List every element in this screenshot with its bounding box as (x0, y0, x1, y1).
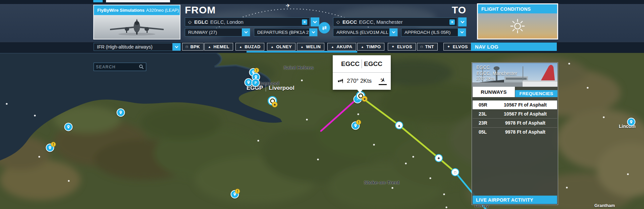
flight-rules-value: IFR (High-altitude airways) (94, 44, 172, 50)
from-airport-name: EGLC, London (210, 19, 244, 25)
flight-conditions-header: FLIGHT CONDITIONS (478, 4, 557, 13)
flight-conditions-title: FLIGHT CONDITIONS (481, 6, 531, 12)
vor-icon: □ (186, 45, 188, 49)
map-pin-icon (247, 80, 251, 85)
waypoint-label: OLNEY (276, 44, 292, 49)
map-label-city: Grantham (594, 203, 615, 208)
poi-pin-marker[interactable] (627, 118, 636, 126)
aircraft-model: A320neo (LEAP) (146, 8, 179, 13)
chevron-down-icon[interactable] (172, 43, 180, 51)
chevron-down-icon[interactable] (458, 28, 466, 36)
route-waypoint-square[interactable]: □ (451, 168, 459, 176)
triangle-icon: ▲ (361, 45, 364, 49)
landing-plane-icon: ✈ (379, 76, 387, 84)
to-airport-dropdown-button[interactable] (458, 17, 467, 26)
chevron-down-icon[interactable] (242, 28, 250, 36)
aircraft-brand: FlyByWire Simulations (97, 8, 145, 13)
runway-dropdown-value: RUNWAY (27) (185, 30, 242, 35)
waypoint-chip-elvos[interactable]: ✦ELVOS (388, 43, 416, 51)
fix-star-icon: ✦ (447, 45, 450, 49)
search-input[interactable] (94, 65, 139, 69)
alert-badge: ! (356, 120, 361, 125)
waypoint-chip-olney[interactable]: ▲OLNEY (267, 43, 296, 51)
waypoint-chip-elvos-2[interactable]: ✦ELVOS (443, 43, 472, 51)
waypoint-chip-welin[interactable]: ▲WELIN (297, 43, 324, 51)
alert-icon: ! (237, 190, 238, 193)
route-waypoint-triangle[interactable]: ▲ (395, 121, 403, 129)
chevron-down-icon[interactable] (309, 28, 317, 36)
waypoint-label: BPK (190, 44, 200, 49)
airport-info-panel: EGCC EGCC, Manchester 270° 2Kts RUNWAYS … (472, 62, 558, 205)
poi-pin-marker[interactable] (117, 109, 125, 117)
panel-airport-name: EGCC, Manchester (476, 71, 517, 77)
map-pin-icon (630, 120, 633, 124)
route-waypoint-star[interactable]: ✦ (435, 154, 443, 162)
runway-row[interactable]: 05L 9978 Ft of Asphalt (473, 127, 557, 136)
aircraft-silhouette (108, 17, 165, 38)
to-title: TO (450, 4, 466, 16)
popup-pointer (357, 90, 363, 93)
runway-row[interactable]: 23L 10567 Ft of Asphalt (473, 109, 557, 118)
chevron-down-icon[interactable] (389, 28, 397, 36)
tab-runways-label: RUNWAYS (481, 89, 506, 95)
waypoint-chip-buzad[interactable]: ▲BUZAD (235, 43, 264, 51)
tab-runways[interactable]: RUNWAYS (473, 87, 515, 97)
popup-icao: EGCC (364, 60, 382, 68)
waypoint-chip-hemel[interactable]: ▲HEMEL (204, 43, 233, 51)
waypoint-label: BUZAD (245, 44, 261, 49)
waypoint-chip-akupa[interactable]: ▲AKUPA (327, 43, 356, 51)
runway-id: 23R (473, 120, 498, 126)
clear-to-airport-button[interactable]: × (449, 19, 455, 25)
poi-pin-marker[interactable] (64, 123, 73, 131)
alert-badge: ! (51, 142, 56, 147)
flight-conditions-panel[interactable]: FLIGHT CONDITIONS (477, 3, 558, 40)
live-airport-activity-bar[interactable]: LIVE AIRPORT ACTIVITY (473, 196, 557, 204)
top-tab-indicator (93, 0, 103, 2)
triangle-icon: ▲ (331, 45, 334, 49)
star-waypoint-icon: ✦ (437, 156, 441, 161)
approach-dropdown-value: APPROACH (ILS 05R) (401, 30, 458, 35)
triangle-icon: ▲ (301, 45, 304, 49)
approach-dropdown[interactable]: APPROACH (ILS 05R) (401, 28, 466, 37)
runway-dropdown[interactable]: RUNWAY (27) (185, 28, 250, 37)
panel-airport-code: EGCC (476, 65, 517, 71)
to-airport-name: EGCC, Manchester (359, 19, 402, 25)
airport-photo: EGCC EGCC, Manchester 270° 2Kts (472, 63, 557, 87)
aircraft-card[interactable]: FlyByWire Simulations A320neo (LEAP) (93, 5, 180, 40)
waypoint-label: TNT (425, 44, 434, 49)
arrivals-dropdown[interactable]: ARRIVALS (ELVO1M ALL (333, 28, 398, 37)
clear-from-airport-button[interactable]: × (302, 19, 307, 25)
from-airport-dropdown-button[interactable] (311, 17, 319, 26)
parking-marker[interactable]: P (252, 79, 260, 87)
flight-rules-dropdown[interactable]: IFR (High-altitude airways) (94, 43, 181, 51)
alert-icon: ! (358, 121, 359, 124)
search-icon[interactable] (139, 64, 144, 69)
waypoint-chip-timpo[interactable]: ▲TIMPO (357, 43, 384, 51)
sun-icon (508, 17, 527, 35)
from-airport-field[interactable]: ◇ EGLC EGLC, London × (185, 17, 310, 26)
map-pin-icon (67, 125, 70, 129)
panel-airport-wind: 270° 2Kts (476, 76, 517, 82)
runway-row[interactable]: 05R 10567 Ft of Asphalt (473, 100, 557, 109)
to-airport-field[interactable]: ◇ EGCC EGCC, Manchester × (333, 17, 457, 26)
runway-row[interactable]: 23R 9978 Ft of Asphalt (473, 118, 557, 127)
waypoint-label: ELVOS (397, 44, 412, 49)
popup-icao: EGCC (341, 60, 360, 68)
waypoint-chip-bpk[interactable]: □BPK (182, 43, 204, 51)
waypoint-label: ELVOS (453, 44, 468, 49)
runway-id: 05R (473, 102, 498, 108)
tab-frequencies[interactable]: FREQUENCIES (515, 90, 557, 97)
departures-dropdown[interactable]: DEPARTURES (BPK1A 27 (254, 28, 318, 37)
waypoint-label: HEMEL (213, 44, 229, 49)
swap-airports-button[interactable]: ⇄ (319, 22, 330, 33)
map-search-box[interactable] (94, 63, 146, 71)
runway-list: 05R 10567 Ft of Asphalt 23L 10567 Ft of … (473, 100, 557, 136)
waypoint-label: WELIN (306, 44, 321, 49)
waypoint-chip-tnt[interactable]: □TNT (417, 43, 438, 51)
waypoint-scroll-indicator[interactable] (247, 51, 357, 53)
map-pin-icon (119, 111, 123, 115)
map-label-city: Stoke-on-Trent (364, 180, 399, 185)
live-activity-label: LIVE AIRPORT ACTIVITY (476, 197, 533, 203)
nav-log-button[interactable]: NAV LOG (471, 43, 557, 51)
from-title: FROM (185, 4, 216, 16)
